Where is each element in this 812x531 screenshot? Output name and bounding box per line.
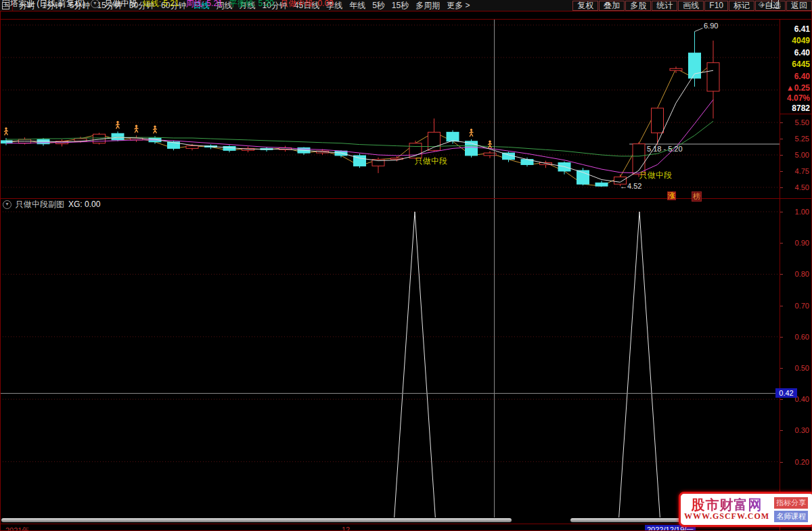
chart-top-border <box>0 19 812 20</box>
crosshair-horizontal-line <box>0 393 780 394</box>
crosshair-value-badge: 0.42 <box>775 388 797 398</box>
axis-tick <box>780 155 783 156</box>
gap-price-annotation: 5.18 - 5.20 <box>647 145 683 153</box>
sub-indicator-value: XG: 0.00 <box>68 200 100 209</box>
legend-item-2: 周线: 5.21 <box>186 0 223 8</box>
indicator-axis-label: 1.00 <box>795 208 809 216</box>
watermark-url: WWW.GSCFW.COM <box>684 512 769 521</box>
panel-divider[interactable] <box>0 198 812 199</box>
signal-label-1: 只做中段 <box>415 156 447 167</box>
quote-value-3: 6.40 <box>794 48 810 57</box>
high-price-annotation: 6.90 <box>704 22 718 30</box>
axis-tick <box>780 337 783 338</box>
price-axis-label: 4.50 <box>795 183 809 191</box>
indicator-dropdown-icon[interactable]: ▾ <box>91 0 99 8</box>
watermark-tag-2: 名师课程 <box>774 511 808 522</box>
indicator-axis-label: 0.20 <box>795 458 809 466</box>
bang-badge[interactable]: 榜 <box>692 191 702 202</box>
info-bar: 宝塔实业 (日线.前复权) ▾ 只做中段 短线: 5.21周线: 5.21平衡线… <box>0 0 812 7</box>
legend-item-3: 平衡线: 5.20 <box>229 0 274 8</box>
ma-legend: 短线: 5.21周线: 5.21平衡线: 5.20只做中段: 0.00 <box>143 0 340 9</box>
price-axis-label: 4.75 <box>795 167 809 175</box>
axis-tick <box>780 399 783 400</box>
low-price-annotation: ←4.52 <box>620 182 641 190</box>
watermark-title: 股市财富网 <box>692 498 763 512</box>
price-axis-label: 5.00 <box>795 151 809 159</box>
indicator-axis-label: 0.60 <box>795 333 809 341</box>
quote-value-5: 6.40 <box>794 72 810 81</box>
quote-value-7: 4.07% <box>787 93 810 103</box>
price-axis-label: 5.50 <box>795 118 809 126</box>
price-axis-sidebar: 6.4140496.4064456.40▲0.254.07%8782 5.505… <box>780 19 812 531</box>
zhang-badge[interactable]: 涨 <box>667 191 676 200</box>
axis-tick <box>780 171 783 172</box>
indicator-axis-label: 0.90 <box>795 239 809 247</box>
axis-tick <box>780 212 783 212</box>
axis-tick <box>780 187 783 188</box>
trading-app-window: 分时1分钟5分钟15分钟30分钟60分钟日线周线月线10分钟45日线季线年线5秒… <box>0 0 812 531</box>
sub-indicator-name[interactable]: 只做中段副图 <box>16 199 64 210</box>
indicator-axis-label: 0.70 <box>795 302 809 310</box>
legend-item-4: 只做中段: 0.00 <box>281 0 334 8</box>
quote-value-2: 4049 <box>792 36 810 45</box>
quote-value-6: ▲0.25 <box>786 83 810 93</box>
sidebar-divider <box>780 114 812 114</box>
indicator-name[interactable]: 只做中段 <box>105 0 137 9</box>
diamond-icon[interactable]: ◇ <box>759 0 765 9</box>
quote-value-4: 6445 <box>792 60 810 69</box>
stock-title: 宝塔实业 (日线.前复权) <box>2 0 85 9</box>
signal-label-2: 只做中段 <box>639 170 672 181</box>
scrollbar-left-segment[interactable] <box>1 518 512 522</box>
window-border-left <box>0 11 1 531</box>
watermark: 股市财富网 WWW.GSCFW.COM 指标分享 名师课程 <box>679 492 812 527</box>
axis-tick <box>780 274 783 275</box>
indicator-chart[interactable] <box>0 210 780 517</box>
quote-value-1: 6.41 <box>794 24 810 34</box>
axis-tick <box>780 306 783 306</box>
axis-tick <box>780 122 783 123</box>
sub-indicator-dropdown-icon[interactable]: ▾ <box>3 200 12 209</box>
legend-item-1: 短线: 5.21 <box>143 0 179 8</box>
quote-value-8: 8782 <box>792 103 810 113</box>
watermark-tag-1: 指标分享 <box>774 497 808 509</box>
page-icon[interactable] <box>771 0 779 8</box>
axis-tick <box>780 139 783 139</box>
axis-tick <box>780 430 783 431</box>
axis-tick <box>780 462 783 463</box>
axis-tick <box>780 243 783 244</box>
indicator-axis-label: 0.50 <box>795 364 809 372</box>
crosshair-vertical-line <box>494 19 495 517</box>
indicator-axis-label: 0.30 <box>795 426 809 434</box>
price-axis-label: 5.25 <box>795 135 809 143</box>
sub-chart-header: ▾ 只做中段副图 XG: 0.00 <box>0 200 100 209</box>
axis-tick <box>780 368 783 369</box>
indicator-axis-label: 0.80 <box>795 270 809 278</box>
